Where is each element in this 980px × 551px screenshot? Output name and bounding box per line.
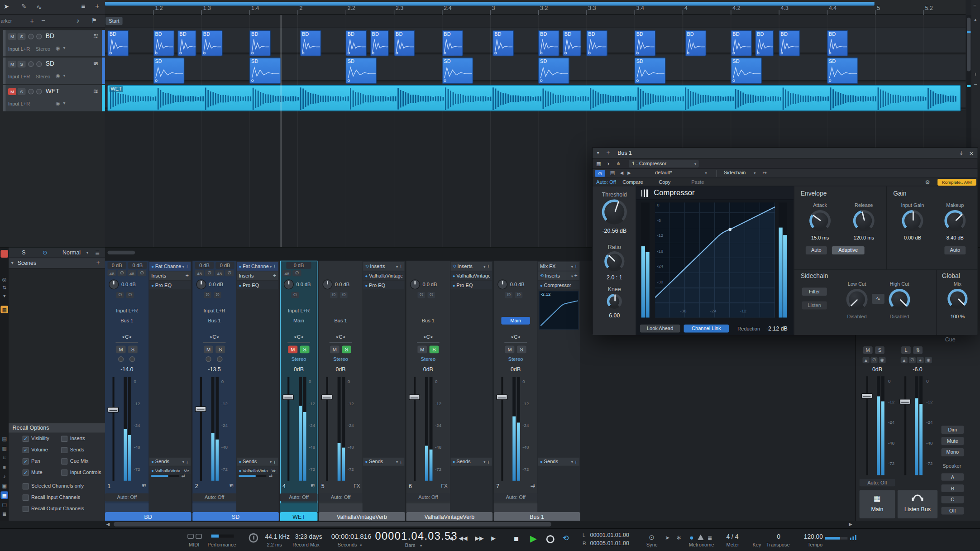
solo-button[interactable]: S <box>128 346 138 354</box>
track-monitor-button[interactable] <box>36 89 42 94</box>
forward-button[interactable]: ▶▶ <box>475 535 483 541</box>
plugin-window[interactable]: ▾ + Bus 1 ↧ × ▦ ◑ ⋔ 1 - Compressor ▾ ⊙ ▤… <box>592 148 978 335</box>
track-record-arm-button[interactable] <box>28 61 33 67</box>
sd-clip[interactable]: SD <box>442 57 473 84</box>
phase-button[interactable]: ∅ <box>515 292 523 298</box>
sort-icon[interactable]: ⇅ <box>0 284 8 292</box>
cue-mono-button[interactable]: Mono <box>941 448 964 456</box>
checkbox[interactable]: ✓ <box>23 470 29 476</box>
sends-header[interactable]: ●Sends▾+ <box>237 458 278 466</box>
channel-gain-knob[interactable] <box>109 279 119 289</box>
record-arm-button[interactable] <box>206 356 211 362</box>
track-mode-label[interactable]: Stereo <box>36 74 51 79</box>
phase-button[interactable]: ∅ <box>126 292 134 298</box>
mute-button[interactable]: M <box>116 346 126 354</box>
solo-button[interactable]: S <box>342 346 351 354</box>
bd-clip[interactable]: BD <box>177 30 196 56</box>
channel-grid-icon[interactable]: ▦ <box>596 161 601 166</box>
record-button[interactable] <box>546 535 555 543</box>
listen-button[interactable]: L <box>901 346 911 354</box>
bd-clip[interactable]: BD <box>370 30 388 56</box>
solo-button[interactable]: S <box>300 346 310 354</box>
meter-value[interactable]: 4 / 4 <box>726 533 738 540</box>
insert-item[interactable]: ●Pro EQ <box>363 281 404 289</box>
list-view-icon[interactable]: ≡ <box>0 463 8 471</box>
compressor-thumbnail[interactable]: -2.12 <box>539 291 578 330</box>
fader-handle[interactable] <box>409 394 420 400</box>
fader-handle[interactable] <box>321 394 333 400</box>
fader-handle[interactable] <box>282 394 294 400</box>
fader-track[interactable] <box>200 377 202 481</box>
main-time-display[interactable]: 00001.04.03.53 <box>375 530 458 543</box>
phase-button[interactable]: ∅ <box>116 292 124 298</box>
checkbox[interactable] <box>23 506 29 512</box>
polarity-button[interactable]: ∅ <box>118 270 126 277</box>
fader-track[interactable] <box>414 377 416 481</box>
performance-meter[interactable] <box>211 535 234 538</box>
metronome-settings-icon[interactable]: ≣ <box>708 535 712 541</box>
track-mute-button[interactable]: M <box>8 61 16 67</box>
fader-track[interactable] <box>904 376 906 475</box>
rack-header[interactable]: ⟲Inserts▾+ <box>451 262 492 271</box>
banks-view-icon[interactable]: ▣ <box>0 482 8 490</box>
channel-strip[interactable]: 0 dB0 dB48∅48∅0.0 dB∅∅Input L+RBus 1<C>M… <box>105 261 149 512</box>
swap-button[interactable]: ∿ <box>872 294 884 304</box>
bd-clip[interactable]: BD <box>563 30 581 56</box>
output-select[interactable]: Main <box>280 318 318 324</box>
channel-strip[interactable]: 0.0 dB∅∅Bus 1<C>MSStereo0dB0-12-24-48-72… <box>406 261 450 512</box>
plugin-titlebar[interactable]: ▾ + Bus 1 ↧ × <box>593 148 978 158</box>
chevron-down-icon[interactable]: ▾ <box>63 73 65 78</box>
channel-gain-knob[interactable] <box>497 279 507 289</box>
sidechain-menu[interactable]: Sidechain <box>724 170 746 176</box>
channel-gain-knob[interactable] <box>322 279 332 289</box>
input-select[interactable]: Input L+R <box>105 308 149 314</box>
chevron-down-icon[interactable]: ▾ <box>705 171 707 175</box>
listen-bus-button[interactable]: Listen Bus <box>898 490 937 518</box>
bd-clip[interactable]: BD <box>779 30 800 56</box>
output-select[interactable]: Bus 1 <box>105 318 149 324</box>
checkbox[interactable]: ✓ <box>23 458 29 465</box>
channel-gain-knob[interactable] <box>410 279 420 289</box>
input-gain-knob[interactable] <box>902 210 923 231</box>
fader-handle[interactable] <box>899 399 911 404</box>
timeline-ruler[interactable]: 1.21.31.422.22.32.433.23.33.444.24.34.45… <box>105 0 966 15</box>
main-output-button[interactable]: ▦Main <box>860 490 895 518</box>
phase-button[interactable]: ∅ <box>204 292 211 298</box>
polarity-button[interactable]: ∅ <box>205 270 214 277</box>
input-gain-display[interactable]: 0 dB <box>215 262 234 269</box>
insert-item[interactable]: ●ValhallaVintageV... <box>451 271 492 280</box>
insert-item[interactable]: ●Compressor <box>538 281 579 289</box>
output-select[interactable]: Bus 1 <box>406 318 450 324</box>
track-monitor-icon[interactable]: ◉ <box>56 101 60 106</box>
ratio-knob[interactable] <box>604 251 624 271</box>
checkbox[interactable] <box>61 470 67 476</box>
monitor-option-icon[interactable]: ● <box>917 357 924 363</box>
track-monitor-button[interactable] <box>36 34 42 39</box>
solo-button[interactable]: S <box>875 346 884 354</box>
power-icon[interactable]: ⊙ <box>43 249 47 256</box>
rack-header[interactable]: Mix FX▾+ <box>538 262 579 271</box>
phase-button[interactable]: ∅ <box>214 292 221 298</box>
input-gain-display[interactable]: 0 dB <box>128 262 147 269</box>
menu-icon[interactable]: ≡ <box>81 3 86 10</box>
fader-handle[interactable] <box>496 394 507 400</box>
prev-preset-icon[interactable]: ◀ <box>620 171 623 176</box>
output-select[interactable]: Bus 1 <box>319 318 363 324</box>
pan-slider[interactable] <box>504 342 527 343</box>
mute-button[interactable]: M <box>288 346 298 354</box>
mute-button[interactable]: M <box>417 346 427 354</box>
list-icon[interactable]: ≣ <box>95 249 100 256</box>
add-icon[interactable]: + <box>606 149 610 156</box>
highcut-knob[interactable] <box>889 289 910 310</box>
menu-icon[interactable]: ≡ <box>973 3 976 9</box>
sends-header[interactable]: ●Sends▾+ <box>149 458 191 466</box>
bd-clip[interactable]: BD <box>201 30 223 56</box>
zoom-out-icon[interactable]: − <box>974 81 977 88</box>
insert-item[interactable]: ●Fat Channel▾+ <box>149 262 191 271</box>
track-monitor-button[interactable] <box>36 61 42 67</box>
look-ahead-button[interactable]: Look Ahead <box>640 325 680 333</box>
sd-clip[interactable]: SD <box>827 57 858 84</box>
speaker-b-button[interactable]: B <box>941 484 964 492</box>
bd-clip[interactable]: BD <box>731 30 752 56</box>
phantom-button[interactable]: 48 <box>195 270 204 277</box>
